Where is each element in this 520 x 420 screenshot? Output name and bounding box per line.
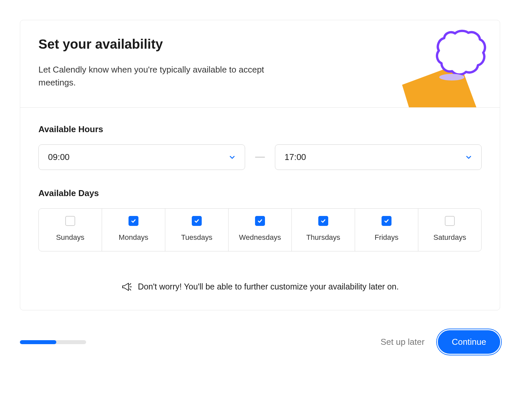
- page-title: Set your availability: [38, 37, 482, 52]
- chevron-down-icon: [229, 154, 235, 161]
- day-label: Wednesdays: [239, 233, 281, 242]
- day-checkbox[interactable]: [255, 216, 265, 226]
- megaphone-icon: [121, 281, 132, 292]
- days-grid: SundaysMondaysTuesdaysWednesdaysThursday…: [38, 208, 482, 251]
- day-checkbox[interactable]: [65, 216, 75, 226]
- available-days-label: Available Days: [38, 188, 482, 198]
- setup-later-button[interactable]: Set up later: [381, 337, 425, 347]
- available-hours-label: Available Hours: [38, 124, 482, 134]
- day-label: Thursdays: [306, 233, 340, 242]
- day-label: Tuesdays: [181, 233, 213, 242]
- day-checkbox[interactable]: [129, 216, 138, 226]
- day-cell-fridays[interactable]: Fridays: [355, 209, 418, 251]
- svg-point-0: [439, 74, 464, 80]
- day-cell-wednesdays[interactable]: Wednesdays: [229, 209, 292, 251]
- day-cell-thursdays[interactable]: Thursdays: [292, 209, 355, 251]
- day-checkbox[interactable]: [318, 216, 328, 226]
- day-cell-mondays[interactable]: Mondays: [102, 209, 165, 251]
- note-text: Don't worry! You'll be able to further c…: [138, 282, 399, 291]
- day-cell-tuesdays[interactable]: Tuesdays: [165, 209, 229, 251]
- page-subtitle: Let Calendly know when you're typically …: [38, 63, 290, 89]
- footer-actions: Set up later Continue: [381, 330, 500, 354]
- progress-fill: [20, 340, 56, 344]
- day-label: Mondays: [119, 233, 148, 242]
- day-cell-saturdays[interactable]: Saturdays: [418, 209, 481, 251]
- continue-button[interactable]: Continue: [438, 330, 500, 354]
- day-checkbox[interactable]: [382, 216, 391, 226]
- progress-bar: [20, 340, 86, 344]
- hours-row: 09:00 17:00: [38, 144, 482, 170]
- chevron-down-icon: [465, 154, 472, 161]
- start-time-value: 09:00: [48, 152, 70, 162]
- start-time-select[interactable]: 09:00: [38, 144, 245, 170]
- day-cell-sundays[interactable]: Sundays: [39, 209, 102, 251]
- time-range-separator: [255, 157, 265, 158]
- availability-card: Set your availability Let Calendly know …: [20, 20, 500, 310]
- day-label: Fridays: [375, 233, 398, 242]
- end-time-value: 17:00: [285, 152, 306, 162]
- card-body: Available Hours 09:00 17:00 Available Da…: [20, 108, 500, 310]
- note-row: Don't worry! You'll be able to further c…: [38, 281, 482, 292]
- end-time-select[interactable]: 17:00: [275, 144, 482, 170]
- day-checkbox[interactable]: [192, 216, 202, 226]
- card-header: Set your availability Let Calendly know …: [20, 20, 500, 108]
- footer: Set up later Continue: [20, 330, 500, 354]
- day-label: Sundays: [56, 233, 84, 242]
- day-label: Saturdays: [433, 233, 466, 242]
- day-checkbox[interactable]: [445, 216, 455, 226]
